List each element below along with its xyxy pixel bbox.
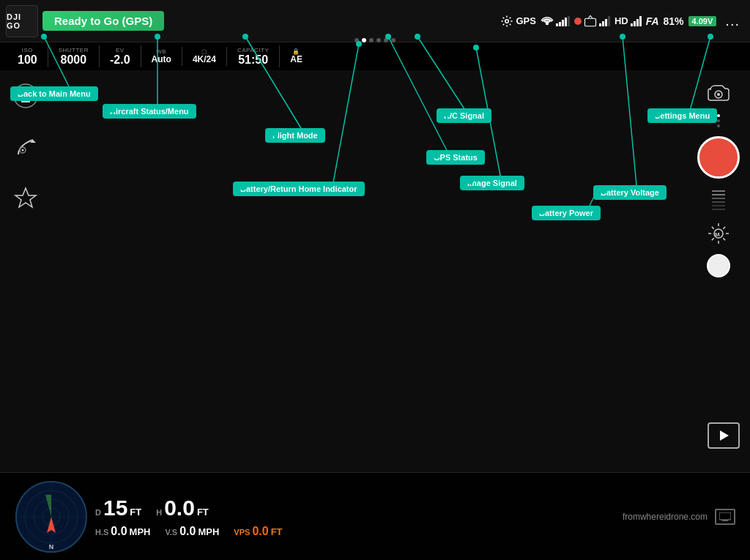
wb-param: WB Auto	[141, 47, 182, 66]
annotation-battery-power: Battery Power	[532, 206, 601, 220]
distance-value: 15	[103, 496, 127, 520]
record-dot	[574, 18, 582, 25]
vps-item: VPS 0.0 FT	[234, 525, 282, 538]
compass-svg: N	[15, 480, 88, 553]
image-signal-icon	[584, 15, 597, 28]
hd-label: HD	[615, 15, 628, 26]
rc-icon	[541, 15, 554, 28]
annotation-flight-mode: Flight Mode	[265, 128, 325, 143]
camera-params-bar: ISO 100 SHUTTER 8000 EV -2.0 WB Auto ▢ 4…	[0, 42, 750, 70]
svg-point-27	[22, 149, 24, 152]
vps-value: 0.0	[252, 525, 268, 538]
play-icon	[717, 429, 730, 442]
ae-value: AE	[290, 55, 302, 64]
distance-height-row: D 15 FT H 0.0 FT	[95, 496, 283, 520]
annotation-back-to-main: Back to Main Menu	[10, 86, 98, 101]
ev-value: -2.0	[110, 53, 130, 67]
gps-indicator: GPS	[500, 15, 535, 28]
capacity-param: CAPACITY 51:50	[227, 45, 280, 68]
distance-label: D	[95, 508, 101, 517]
battery-pct: 81%	[664, 15, 684, 27]
status-ready: Ready to Go (GPS)	[42, 11, 164, 31]
distance-unit: FT	[130, 507, 141, 518]
main-view	[0, 70, 750, 472]
svg-point-20	[505, 19, 509, 23]
vps-unit: FT	[271, 526, 283, 537]
distance-item: D 15 FT	[95, 496, 141, 520]
iso-label: ISO	[22, 47, 33, 53]
speed-row: H.S 0.0 MPH V.S 0.0 MPH VPS 0.0 FT	[95, 525, 283, 538]
svg-point-21	[546, 22, 548, 24]
svg-rect-40	[719, 512, 731, 520]
height-label: H	[156, 508, 162, 517]
iso-param: ISO 100	[7, 45, 48, 68]
svg-text:M: M	[715, 231, 720, 238]
shutter-value: 8000	[61, 53, 87, 67]
dji-logo: DJI GO	[6, 5, 38, 37]
ev-param: EV -2.0	[100, 45, 141, 68]
photo-mode-button[interactable]	[707, 254, 730, 277]
iso-value: 100	[18, 53, 37, 67]
shutter-param: SHUTTER 8000	[48, 45, 100, 68]
mode-indicators	[717, 114, 720, 127]
annotation-battery-return: Battery/Return Home Indicator	[233, 182, 365, 196]
hs-label: H.S	[95, 528, 108, 537]
level-indicators	[712, 190, 725, 210]
vs-unit: MPH	[198, 526, 219, 537]
battery-fa-indicator: FA	[646, 15, 659, 27]
gps-label: GPS	[516, 15, 535, 26]
vs-value: 0.0	[179, 525, 196, 538]
waypoint-icon[interactable]	[10, 183, 41, 214]
svg-text:N: N	[49, 543, 54, 550]
res-param: ▢ 4K/24	[182, 47, 227, 66]
battery-voltage-badge: 4.09V	[688, 16, 717, 26]
annotation-aircraft-status: Aircraft Status/Menu	[103, 104, 196, 119]
compass: N	[15, 480, 88, 553]
playback-button[interactable]	[708, 422, 740, 449]
annotation-rc-signal: R/C Signal	[437, 108, 491, 123]
svg-rect-22	[584, 18, 595, 26]
image-signal-bars	[599, 16, 610, 26]
capacity-value: 51:50	[238, 53, 268, 67]
hd-indicator: HD	[615, 15, 642, 26]
annotation-gps-status: GPS Status	[426, 150, 485, 165]
res-value: 4K/24	[193, 55, 216, 64]
orbit-icon[interactable]	[10, 132, 41, 163]
website-label: fromwhereidrone.com	[623, 512, 708, 522]
ae-param: 🔒 AE	[280, 47, 313, 66]
more-menu-button[interactable]: ...	[721, 12, 744, 29]
capacity-label: CAPACITY	[237, 47, 269, 53]
hs-item: H.S 0.0 MPH	[95, 525, 150, 538]
record-button[interactable]	[697, 136, 740, 179]
image-signal-group	[574, 15, 610, 28]
svg-marker-32	[720, 430, 729, 441]
top-bar: DJI GO Ready to Go (GPS) GPS	[0, 0, 750, 42]
flight-data: D 15 FT H 0.0 FT H.S 0.0 MPH V.S 0.0 MPH	[95, 496, 283, 538]
annotation-settings-menu: Settings Menu	[647, 108, 717, 123]
annotation-battery-voltage: Battery Voltage	[593, 185, 667, 200]
annotation-image-signal: Image Signal	[460, 176, 524, 190]
shutter-label: SHUTTER	[59, 47, 89, 53]
vps-label: VPS	[234, 528, 250, 537]
rc-signal-bars	[556, 16, 570, 26]
vs-label: V.S	[165, 528, 177, 537]
svg-point-29	[717, 93, 720, 96]
camera-settings-icon[interactable]: M	[704, 219, 733, 248]
hd-signal-bars	[631, 16, 642, 26]
bottom-bar: N D 15 FT H 0.0 FT H.S 0.0 MPH V.S	[0, 472, 750, 560]
rc-signal-group	[541, 15, 570, 28]
height-item: H 0.0 FT	[156, 496, 209, 520]
height-value: 0.0	[164, 496, 195, 520]
hs-value: 0.0	[111, 525, 127, 538]
svg-rect-41	[722, 520, 728, 521]
camera-switch-icon[interactable]	[704, 79, 733, 108]
wb-value: Auto	[152, 55, 171, 64]
screen-expand-icon[interactable]	[715, 509, 735, 525]
ev-label: EV	[116, 47, 125, 53]
hs-unit: MPH	[130, 526, 151, 537]
height-unit: FT	[197, 507, 209, 518]
vs-item: V.S 0.0 MPH	[165, 525, 219, 538]
gps-icon	[500, 15, 513, 28]
